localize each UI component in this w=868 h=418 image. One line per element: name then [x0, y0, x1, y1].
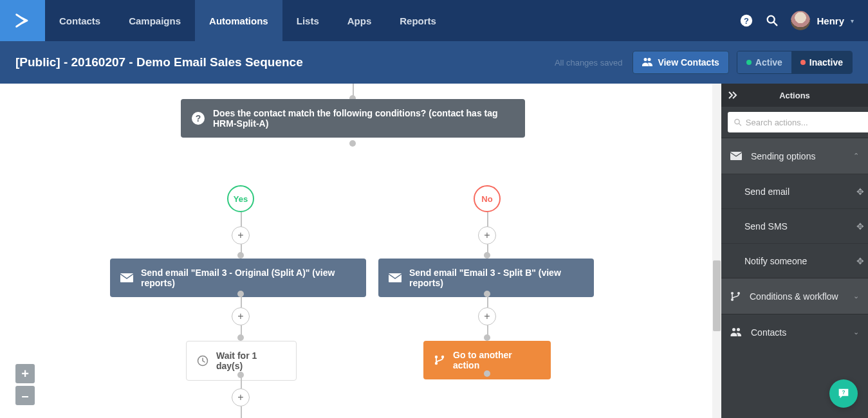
clock-icon [197, 355, 208, 367]
action-label: Send email [744, 186, 790, 197]
action-send-email[interactable]: Send email ✥ [721, 174, 868, 208]
workflow-canvas[interactable]: ? Does the contact match the following c… [0, 84, 721, 418]
no-node[interactable]: No [474, 185, 501, 212]
help-icon[interactable]: ? [739, 14, 753, 28]
action-label: Send SMS [744, 221, 788, 232]
search-icon [734, 118, 742, 127]
connector-dot [484, 370, 490, 377]
page-title: [Public] - 20160207 - Demo Email Sales S… [15, 55, 303, 69]
svg-point-17 [731, 298, 734, 301]
toggle-active-label: Active [755, 57, 782, 68]
zoom-in-button[interactable]: + [15, 364, 35, 383]
category-contacts[interactable]: Contacts ⌄ [721, 314, 868, 350]
nav-lists[interactable]: Lists [282, 0, 333, 41]
chat-icon: ? [836, 386, 851, 401]
goto-text: Go to another action [453, 350, 540, 370]
nav-campaigns[interactable]: Campaigns [115, 0, 195, 41]
yes-node[interactable]: Yes [227, 185, 254, 212]
yes-label: Yes [234, 194, 248, 204]
branch-icon [730, 291, 741, 302]
zoom-controls: + – [15, 364, 35, 405]
question-icon: ? [191, 111, 205, 125]
svg-point-12 [735, 119, 739, 123]
chat-help-fab[interactable]: ? [829, 379, 858, 408]
contacts-icon [730, 328, 742, 337]
search-icon[interactable] [765, 14, 779, 28]
add-step-button[interactable]: + [478, 226, 496, 244]
envelope-icon [389, 273, 402, 282]
add-step-button[interactable]: + [232, 388, 250, 406]
drag-handle-icon: ✥ [856, 256, 864, 266]
svg-point-11 [435, 362, 438, 365]
brand-logo[interactable] [0, 0, 45, 41]
view-contacts-label: View Contacts [658, 57, 719, 68]
sidebar-search-box[interactable] [728, 112, 868, 132]
nav-items: Contacts Campaigns Automations Lists App… [45, 0, 450, 41]
action-label: Notify someone [744, 256, 807, 266]
status-toggle: Active Inactive [737, 51, 853, 74]
svg-text:?: ? [744, 16, 750, 26]
search-actions-input[interactable] [746, 118, 862, 127]
send-email-a-text: Send email "Email 3 - Original (Split A)… [141, 268, 356, 288]
avatar [791, 11, 810, 30]
nav-right: ? Henry ▾ [739, 0, 868, 41]
send-email-b-text: Send email "Email 3 - Split B" (view rep… [409, 268, 584, 288]
chevron-down-icon: ▾ [851, 17, 854, 24]
add-step-button[interactable]: + [232, 307, 250, 325]
chevron-up-icon: ⌃ [853, 152, 859, 160]
chevron-down-icon: ⌄ [853, 328, 859, 336]
svg-rect-8 [389, 273, 402, 282]
nav-contacts[interactable]: Contacts [45, 0, 115, 41]
action-notify-someone[interactable]: Notify someone ✥ [721, 243, 868, 278]
username: Henry [817, 15, 844, 26]
main: ? Does the contact match the following c… [0, 84, 868, 418]
toggle-inactive[interactable]: Inactive [791, 51, 852, 73]
dot-green-icon [746, 60, 752, 65]
add-step-button[interactable]: + [232, 226, 250, 244]
connector-dot [237, 334, 244, 341]
connector-dot [237, 252, 244, 259]
sidebar-header: Actions [721, 84, 868, 107]
nav-automations[interactable]: Automations [195, 0, 282, 41]
zoom-out-button[interactable]: – [15, 386, 35, 405]
condition-text: Does the contact match the following con… [213, 108, 515, 129]
svg-rect-6 [120, 273, 133, 282]
header-actions: All changes saved View Contacts Active I… [555, 51, 853, 74]
connector-dot [484, 252, 490, 259]
sidebar-collapse-button[interactable] [721, 84, 744, 107]
page-header: [Public] - 20160207 - Demo Email Sales S… [0, 41, 868, 84]
action-send-sms[interactable]: Send SMS ✥ [721, 208, 868, 243]
drag-handle-icon: ✥ [856, 186, 864, 197]
drag-handle-icon: ✥ [856, 221, 864, 232]
category-sending-options[interactable]: Sending options ⌃ [721, 138, 868, 174]
category-label: Sending options [751, 151, 815, 161]
category-label: Contacts [751, 327, 786, 338]
nav-reports[interactable]: Reports [385, 0, 450, 41]
view-contacts-button[interactable]: View Contacts [633, 51, 728, 74]
scroll-thumb[interactable] [713, 260, 721, 331]
wait-text: Wait for 1 day(s) [216, 350, 286, 371]
svg-point-16 [737, 292, 740, 295]
svg-line-13 [739, 123, 741, 125]
save-status: All changes saved [555, 58, 623, 68]
connector-dot [349, 140, 356, 147]
envelope-icon [120, 273, 133, 282]
svg-point-15 [731, 292, 734, 295]
condition-node[interactable]: ? Does the contact match the following c… [181, 99, 525, 138]
nav-apps[interactable]: Apps [333, 0, 386, 41]
toggle-active[interactable]: Active [737, 51, 791, 73]
sidebar-search-wrap [721, 107, 868, 138]
top-nav: Contacts Campaigns Automations Lists App… [0, 0, 868, 41]
connector-dot [484, 334, 490, 341]
chevron-down-icon: ⌄ [853, 292, 859, 300]
category-conditions-workflow[interactable]: Conditions & workflow ⌄ [721, 278, 868, 314]
collapse-icon [728, 91, 738, 99]
add-step-button[interactable]: + [478, 307, 496, 325]
dot-red-icon [800, 60, 806, 65]
svg-text:?: ? [842, 390, 845, 395]
toggle-inactive-label: Inactive [809, 57, 843, 68]
envelope-icon [730, 152, 742, 160]
user-menu[interactable]: Henry ▾ [791, 11, 854, 30]
category-label: Conditions & workflow [750, 291, 838, 302]
vertical-scrollbar[interactable] [712, 84, 721, 418]
